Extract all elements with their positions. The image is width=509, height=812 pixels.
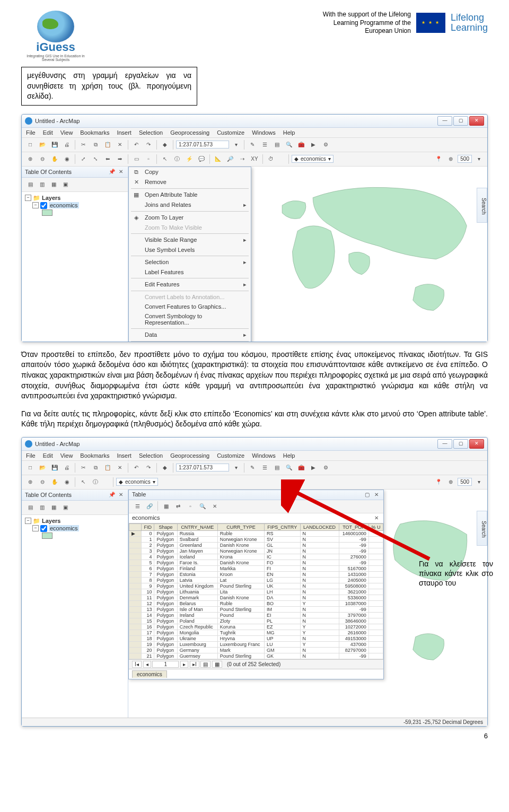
editor-icon[interactable]: ✎ — [247, 462, 258, 473]
pan-icon[interactable]: ✋ — [49, 154, 60, 164]
chevron-down-icon[interactable]: ▾ — [231, 139, 241, 150]
identify-icon[interactable]: ⓘ — [172, 154, 182, 164]
layer-combo[interactable]: ◆ economics ▾ — [292, 155, 334, 163]
table-row[interactable]: 12PolygonBelarusRubleBOY10387000 — [129, 600, 383, 606]
table-row[interactable]: 11PolygonDenmarkDanish KroneDAN5336000 — [129, 595, 383, 600]
close-button[interactable]: ✕ — [469, 116, 484, 126]
minimize-button[interactable]: — — [437, 116, 452, 126]
menu-customize[interactable]: Customize — [217, 452, 244, 459]
table-row[interactable]: 3PolygonJan MayenNorwegian KroneJNN-99 — [129, 548, 383, 554]
delete-icon[interactable]: ✕ — [115, 462, 125, 473]
table-row[interactable]: 13PolygonIsle of ManPound SterlingIMN-99 — [129, 606, 383, 612]
menu-windows[interactable]: Windows — [252, 452, 276, 459]
open-icon[interactable]: 📂 — [37, 139, 48, 150]
table-column-header[interactable] — [129, 523, 142, 530]
table-row[interactable]: 6PolygonFinlandMarkkaFIN5167000 — [129, 565, 383, 571]
layer-label[interactable]: economics — [49, 525, 79, 531]
table-row[interactable]: 20PolygonGermanyMarkGMN82797000 — [129, 647, 383, 653]
zoom-in-icon[interactable]: ⊕ — [25, 154, 36, 164]
copy-icon[interactable]: ⧉ — [90, 462, 101, 473]
back-extent-icon[interactable]: ⬅ — [102, 154, 113, 164]
redo-icon[interactable]: ↷ — [143, 462, 154, 473]
menu-bookmarks[interactable]: Bookmarks — [80, 452, 109, 459]
menu-insert[interactable]: Insert — [117, 452, 131, 459]
row-selector[interactable] — [129, 653, 142, 659]
search-icon[interactable]: 🔍 — [284, 462, 294, 473]
menu-help[interactable]: Help — [283, 452, 295, 459]
pan-icon[interactable]: ✋ — [49, 477, 60, 487]
time-slider-icon[interactable]: ⏱ — [266, 154, 276, 164]
table-row[interactable]: 19PolygonLuxembourgLuxembourg FrancLUY43… — [129, 641, 383, 647]
pin-icon[interactable]: 📌 — [108, 491, 116, 499]
row-selector[interactable] — [129, 600, 142, 606]
forward-extent-icon[interactable]: ➡ — [115, 154, 125, 164]
next-record-button[interactable]: ▸ — [180, 661, 188, 668]
maximize-button[interactable]: ▢ — [453, 116, 468, 126]
table-column-header[interactable]: CNTRY_NAME — [177, 523, 217, 530]
python-icon[interactable]: ▶ — [308, 139, 319, 150]
menu-help[interactable]: Help — [283, 129, 295, 136]
menu-geoprocessing[interactable]: Geoprocessing — [170, 129, 209, 136]
table-row[interactable]: 21PolygonGuernseyPound SterlingGKN-99 — [129, 653, 383, 659]
toc-icon[interactable]: ☰ — [259, 139, 270, 150]
row-selector[interactable] — [129, 565, 142, 571]
goto-xy-icon[interactable]: XY — [249, 154, 260, 164]
list-by-source-icon[interactable]: ▥ — [37, 502, 47, 513]
select-by-attr-icon[interactable]: ▦ — [161, 501, 171, 512]
menu-insert[interactable]: Insert — [117, 129, 131, 136]
delete-selected-icon[interactable]: ✕ — [209, 501, 220, 512]
select-elements-icon[interactable]: ↖ — [160, 154, 170, 164]
table-row[interactable]: 9PolygonUnited KingdomPound SterlingUKN5… — [129, 583, 383, 589]
row-selector[interactable] — [129, 618, 142, 624]
list-by-selection-icon[interactable]: ▣ — [60, 179, 71, 190]
geocode-icon[interactable]: 📍 — [433, 154, 444, 164]
context-menu-item[interactable]: Convert Features to Graphics... — [129, 302, 251, 311]
table-row[interactable]: 14PolygonIrelandPoundEIN3797000 — [129, 612, 383, 618]
show-all-button[interactable]: ▤ — [200, 661, 210, 668]
table-row[interactable]: ▶0PolygonRussiaRubleRSN146001000 — [129, 530, 383, 536]
add-xy-icon[interactable]: ⊕ — [445, 477, 456, 487]
context-menu-item[interactable]: Selection▸ — [129, 257, 251, 267]
table-column-header[interactable]: Shape — [154, 523, 177, 530]
copy-icon[interactable]: ⧉ — [90, 139, 101, 150]
table-tab[interactable]: economics — [132, 670, 167, 678]
layers-node[interactable]: − 📁 Layers — [25, 195, 125, 202]
layer-node-economics[interactable]: − economics — [32, 525, 125, 532]
catalog-icon[interactable]: ▤ — [271, 462, 282, 473]
cut-icon[interactable]: ✂ — [78, 462, 89, 473]
layers-node[interactable]: − 📁 Layers — [25, 518, 125, 525]
context-menu-item[interactable]: Label Features — [129, 267, 251, 277]
menu-geoprocessing[interactable]: Geoprocessing — [170, 452, 209, 459]
collapse-icon[interactable]: − — [32, 202, 39, 208]
buffer-input[interactable]: 500 — [458, 155, 472, 163]
table-row[interactable]: 7PolygonEstoniaKroonENN1431000 — [129, 571, 383, 577]
row-selector[interactable] — [129, 647, 142, 653]
html-popup-icon[interactable]: 💬 — [196, 154, 207, 164]
table-row[interactable]: 4PolygonIcelandKronaICN276000 — [129, 554, 383, 560]
toolbox-icon[interactable]: 🧰 — [296, 462, 306, 473]
context-menu-item[interactable]: Data▸ — [129, 330, 251, 340]
zoom-selected-icon[interactable]: 🔍 — [197, 501, 208, 512]
units-dropdown-icon[interactable]: ▾ — [473, 477, 484, 487]
table-column-header[interactable]: % U — [368, 523, 383, 530]
add-data-icon[interactable]: ◆ — [160, 462, 170, 473]
current-record[interactable]: 1 — [152, 661, 179, 668]
table-column-header[interactable]: FIPS_CNTRY — [264, 523, 300, 530]
row-selector[interactable] — [129, 583, 142, 589]
catalog-icon[interactable]: ▤ — [271, 139, 282, 150]
table-row[interactable]: 8PolygonLatviaLatLGN2405000 — [129, 577, 383, 583]
geocode-icon[interactable]: 📍 — [433, 477, 444, 487]
list-by-drawing-icon[interactable]: ▤ — [25, 179, 36, 190]
row-selector[interactable] — [129, 589, 142, 595]
layer-node-economics[interactable]: − economics — [32, 202, 125, 209]
context-menu-item[interactable]: Use Symbol Levels — [129, 245, 251, 255]
cut-icon[interactable]: ✂ — [78, 139, 89, 150]
modelbuilder-icon[interactable]: ⚙ — [320, 462, 331, 473]
table-row[interactable]: 5PolygonFaroe Is.Danish KroneFON-99 — [129, 560, 383, 565]
scale-input[interactable]: 1:237.071.573 — [176, 141, 229, 149]
context-menu-item[interactable]: Convert Symbology to Representation... — [129, 311, 251, 327]
clear-selection-icon[interactable]: ▫ — [185, 501, 196, 512]
layer-label[interactable]: economics — [49, 202, 79, 208]
row-selector[interactable] — [129, 606, 142, 612]
last-record-button[interactable]: ▸I — [190, 661, 199, 668]
